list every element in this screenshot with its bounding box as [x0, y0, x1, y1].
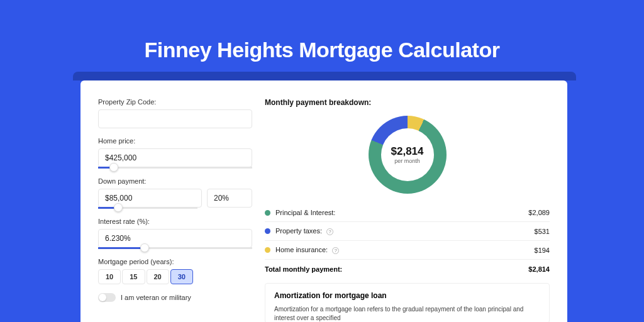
period-button-30[interactable]: 30 [170, 269, 193, 284]
legend-value: $194 [535, 247, 550, 254]
total-value: $2,814 [528, 265, 550, 273]
legend-row-principal: Principal & Interest: $2,089 [265, 204, 550, 222]
donut-wrap: $2,814 per month [265, 116, 550, 194]
help-icon[interactable]: ? [326, 228, 333, 235]
period-button-15[interactable]: 15 [122, 269, 145, 284]
dot-icon [265, 228, 270, 234]
price-group: Home price: [98, 137, 252, 169]
zip-group: Property Zip Code: [98, 98, 252, 128]
veteran-row: I am veteran or military [98, 293, 252, 302]
card-shadow [73, 72, 576, 80]
legend-value: $2,089 [528, 209, 550, 216]
total-row: Total monthly payment: $2,814 [265, 260, 550, 282]
downpayment-slider[interactable] [98, 207, 197, 209]
rate-input[interactable] [98, 229, 252, 248]
period-button-10[interactable]: 10 [98, 269, 121, 284]
downpayment-label: Down payment: [98, 177, 252, 185]
period-label: Mortgage period (years): [98, 258, 252, 265]
downpayment-group: Down payment: [98, 177, 252, 209]
help-icon[interactable]: ? [332, 247, 339, 254]
veteran-label: I am veteran or military [121, 294, 191, 301]
payment-donut-chart: $2,814 per month [369, 116, 447, 194]
dot-icon [265, 210, 270, 216]
amortization-card: Amortization for mortgage loan Amortizat… [265, 283, 550, 322]
donut-amount: $2,814 [391, 145, 424, 158]
zip-input[interactable] [98, 109, 252, 128]
donut-center: $2,814 per month [381, 128, 434, 181]
legend-row-taxes: Property taxes: ? $531 [265, 222, 550, 241]
downpayment-pct-input[interactable] [207, 189, 252, 208]
price-label: Home price: [98, 137, 252, 145]
legend-label: Home insurance: ? [275, 246, 535, 254]
price-slider[interactable] [98, 167, 252, 169]
period-group: Mortgage period (years): 10 15 20 30 [98, 258, 252, 284]
amortization-title: Amortization for mortgage loan [274, 291, 540, 300]
legend-value: $531 [535, 228, 550, 235]
amortization-text: Amortization for a mortgage loan refers … [274, 305, 540, 322]
slider-thumb-icon[interactable] [140, 243, 149, 252]
breakdown-title: Monthly payment breakdown: [265, 98, 550, 107]
legend: Principal & Interest: $2,089 Property ta… [265, 204, 550, 282]
legend-text: Property taxes: [275, 227, 322, 235]
rate-slider[interactable] [98, 247, 252, 249]
legend-row-insurance: Home insurance: ? $194 [265, 241, 550, 260]
veteran-toggle[interactable] [98, 293, 116, 302]
total-label: Total monthly payment: [265, 265, 528, 273]
donut-label: per month [394, 158, 420, 164]
calculator-card: Property Zip Code: Home price: Down paym… [80, 80, 567, 322]
zip-label: Property Zip Code: [98, 98, 252, 106]
breakdown-column: Monthly payment breakdown: $2,814 per mo… [265, 98, 550, 322]
period-row: 10 15 20 30 [98, 269, 252, 284]
price-input[interactable] [98, 148, 252, 167]
rate-group: Interest rate (%): [98, 218, 252, 249]
page-title: Finney Heights Mortgage Calculator [0, 0, 644, 62]
form-column: Property Zip Code: Home price: Down paym… [98, 98, 252, 322]
slider-thumb-icon[interactable] [114, 203, 123, 212]
legend-text: Home insurance: [275, 246, 328, 253]
slider-thumb-icon[interactable] [109, 163, 118, 172]
rate-label: Interest rate (%): [98, 218, 252, 225]
legend-label: Principal & Interest: [275, 209, 528, 216]
dot-icon [265, 247, 270, 253]
period-button-20[interactable]: 20 [147, 269, 169, 284]
toggle-thumb-icon [99, 294, 106, 301]
legend-label: Property taxes: ? [275, 227, 535, 235]
